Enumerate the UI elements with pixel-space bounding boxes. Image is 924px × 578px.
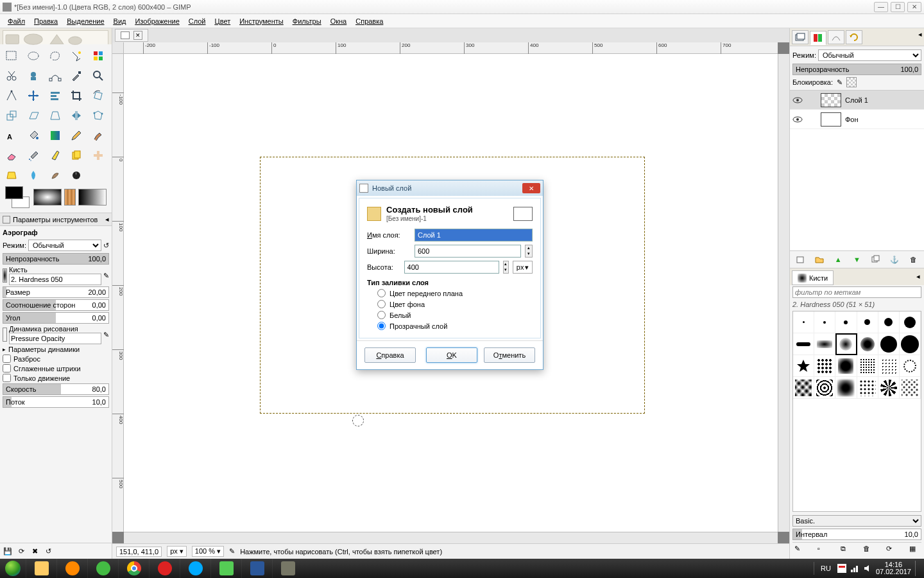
new-group-button[interactable] [814,254,825,265]
reset-preset-icon[interactable]: ↺ [42,545,54,557]
smooth-checkbox[interactable] [3,364,11,372]
mode-reset-icon[interactable]: ↺ [103,241,109,250]
lower-layer-button[interactable]: ▼ [851,254,862,265]
width-input[interactable] [415,245,521,258]
menu-windows[interactable]: Окна [327,16,351,26]
tool-clone[interactable] [67,146,85,164]
brush-panel-menu-icon[interactable]: ◂ [914,270,922,285]
new-layer-button[interactable] [795,254,807,265]
layer-name[interactable]: Фон [845,116,859,123]
tool-perspective-clone[interactable] [3,166,21,184]
dialog-ok-button[interactable]: OK [426,347,477,363]
window-minimize-button[interactable]: — [874,2,888,12]
tool-crop[interactable] [67,87,85,105]
taskbar-mediaplayer[interactable] [56,559,87,578]
opacity-slider[interactable]: Непрозрачность 100,0 [3,253,109,265]
tool-pencil[interactable] [67,127,85,144]
dynamics-thumb[interactable] [3,328,7,342]
save-preset-icon[interactable]: 💾 [2,545,13,557]
eye-icon[interactable] [792,114,803,125]
tool-foreground-select[interactable] [24,67,42,85]
restore-preset-icon[interactable]: ⟳ [15,545,27,557]
menu-file[interactable]: Файл [4,16,29,26]
tool-free-select[interactable] [46,47,64,65]
layer-name-input[interactable] [415,229,533,241]
tab-paths[interactable] [828,30,844,44]
tool-rotate[interactable] [89,87,107,105]
horizontal-ruler[interactable]: -200 -100 0 100 200 300 400 500 600 700 [124,42,778,54]
dialog-help-button[interactable]: Справка [364,347,416,363]
mode-select[interactable]: Обычный [28,240,101,251]
width-spinner[interactable]: ▴▾ [525,245,533,258]
tray-clock[interactable]: 14:16 07.02.2017 [876,561,911,575]
tray-volume-icon[interactable] [863,564,872,573]
tool-scissors[interactable] [3,67,21,85]
taskbar-word[interactable] [241,559,272,578]
layer-name[interactable]: Слой 1 [845,96,868,104]
color-fg-bg[interactable]: ⤭ [5,186,31,208]
dialog-close-button[interactable]: ✕ [522,183,540,193]
vertical-ruler[interactable]: -100 0 100 200 300 400 500 [112,54,124,532]
tool-color-picker[interactable] [67,67,85,85]
delete-layer-button[interactable]: 🗑 [907,254,919,265]
tool-blend[interactable] [46,127,64,144]
brushes-grid[interactable] [792,311,921,512]
image-tab[interactable]: ✕ [115,29,148,42]
ruler-origin[interactable] [112,42,124,54]
layer-opacity-slider[interactable]: Непрозрачность 100,0 [792,64,921,75]
layer-thumbnail[interactable] [821,112,841,127]
menu-help[interactable]: Справка [352,16,387,26]
layer-mode-select[interactable]: Обычный [818,49,921,61]
delete-brush-icon[interactable]: 🗑 [863,545,873,555]
dynamics-params-expander[interactable]: ▸Параметры динамики [3,346,109,353]
tool-zoom[interactable] [89,67,107,85]
tool-perspective[interactable] [46,107,64,125]
tool-measure[interactable] [3,87,21,105]
tool-flip[interactable] [67,107,85,125]
anchor-layer-button[interactable]: ⚓ [889,254,900,265]
motion-only-checkbox[interactable] [3,374,11,382]
active-brush-preview[interactable] [33,189,62,206]
menu-filters[interactable]: Фильтры [289,16,325,26]
active-pattern-preview[interactable] [64,189,76,206]
fill-transparent-radio[interactable] [377,322,386,330]
tab-layers[interactable] [792,30,809,44]
menu-image[interactable]: Изображение [131,16,183,26]
tab-channels[interactable] [810,31,826,45]
layer-row[interactable]: Фон [790,110,924,129]
active-gradient-preview[interactable] [78,189,107,206]
tool-cage[interactable] [89,107,107,125]
menu-colors[interactable]: Цвет [211,16,235,26]
new-brush-icon[interactable]: ▫ [817,545,828,555]
brush-preset-select[interactable]: Basic. [792,515,921,527]
edit-brush-icon[interactable]: ✎ [794,545,805,555]
height-input[interactable] [404,261,499,274]
delete-preset-icon[interactable]: ✖ [29,545,40,557]
tool-align[interactable] [46,87,64,105]
angle-slider[interactable]: Угол 0,00 [3,312,109,324]
tool-smudge[interactable] [46,166,64,184]
horizontal-scrollbar[interactable] [124,532,778,543]
swap-colors-icon[interactable]: ⤭ [17,186,22,192]
dialog-cancel-button[interactable]: Отменить [484,347,535,363]
image-tab-close-button[interactable]: ✕ [133,31,142,40]
dialog-titlebar[interactable]: Новый слой ✕ [357,180,543,196]
tool-shear[interactable] [24,107,42,125]
menu-edit[interactable]: Правка [30,16,62,26]
vertical-scrollbar[interactable] [778,54,789,532]
taskbar-skype[interactable] [180,559,210,578]
taskbar-opera[interactable] [149,559,180,578]
raise-layer-button[interactable]: ▲ [832,254,844,265]
brush-name-field[interactable] [9,274,101,285]
menu-select[interactable]: Выделение [63,16,108,26]
taskbar-gimp[interactable] [272,559,303,578]
tool-move[interactable] [24,87,42,105]
show-desktop-button[interactable] [915,561,920,576]
fill-white-radio[interactable] [377,311,386,319]
fill-foreground-radio[interactable] [377,289,386,297]
eye-icon[interactable] [792,95,803,105]
open-as-image-icon[interactable]: ▦ [909,545,920,555]
brush-filter-input[interactable] [792,286,921,298]
brushes-tab[interactable]: Кисти [792,270,834,285]
height-spinner[interactable]: ▴▾ [503,261,509,274]
